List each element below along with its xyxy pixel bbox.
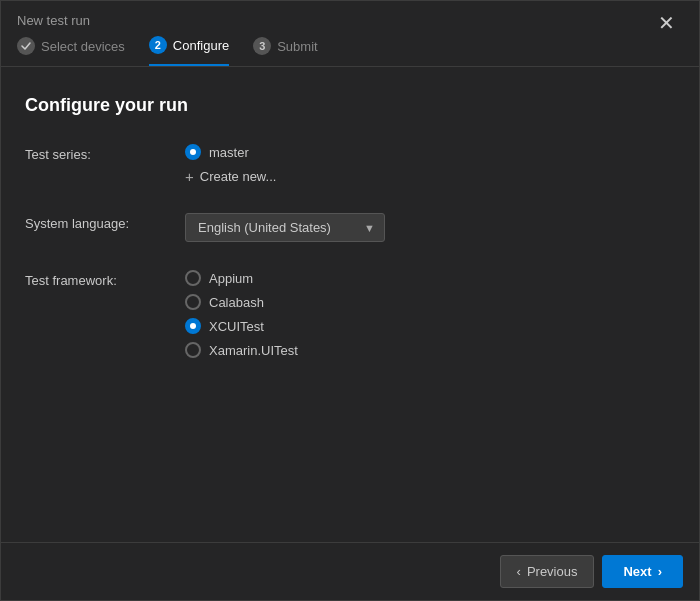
radio-xcuitest-input[interactable] [185, 318, 201, 334]
previous-button[interactable]: ‹ Previous [500, 555, 595, 588]
test-framework-row: Test framework: Appium Calabash XCUITest… [25, 270, 675, 358]
section-title: Configure your run [25, 95, 675, 116]
radio-calabash-label: Calabash [209, 295, 264, 310]
system-language-label: System language: [25, 213, 185, 231]
next-button[interactable]: Next › [602, 555, 683, 588]
modal: New test run Select devices 2 Configure [0, 0, 700, 601]
test-framework-content: Appium Calabash XCUITest Xamarin.UITest [185, 270, 675, 358]
radio-calabash-input[interactable] [185, 294, 201, 310]
radio-master-input[interactable] [185, 144, 201, 160]
step-select-devices[interactable]: Select devices [17, 37, 125, 65]
radio-appium-label: Appium [209, 271, 253, 286]
step-select-devices-label: Select devices [41, 39, 125, 54]
step-configure[interactable]: 2 Configure [149, 36, 229, 66]
test-series-content: master + Create new... [185, 144, 675, 185]
language-dropdown[interactable]: English (United States) French (France) … [185, 213, 385, 242]
steps-row: Select devices 2 Configure 3 Submit [17, 36, 318, 66]
radio-appium[interactable]: Appium [185, 270, 675, 286]
step-select-devices-circle [17, 37, 35, 55]
radio-xamarin-uitest-input[interactable] [185, 342, 201, 358]
modal-body: Configure your run Test series: master +… [1, 67, 699, 542]
radio-xamarin-uitest[interactable]: Xamarin.UITest [185, 342, 675, 358]
modal-footer: ‹ Previous Next › [1, 542, 699, 600]
step-submit-circle: 3 [253, 37, 271, 55]
radio-xamarin-uitest-label: Xamarin.UITest [209, 343, 298, 358]
plus-icon: + [185, 168, 194, 185]
modal-header: New test run Select devices 2 Configure [1, 1, 699, 67]
previous-label: Previous [527, 564, 578, 579]
next-label: Next [623, 564, 651, 579]
close-button[interactable]: ✕ [650, 9, 683, 37]
language-dropdown-wrapper: English (United States) French (France) … [185, 213, 385, 242]
radio-master-label: master [209, 145, 249, 160]
test-framework-label: Test framework: [25, 270, 185, 288]
step-submit-label: Submit [277, 39, 317, 54]
radio-xcuitest-label: XCUITest [209, 319, 264, 334]
test-series-label: Test series: [25, 144, 185, 162]
radio-appium-input[interactable] [185, 270, 201, 286]
chevron-right-icon: › [658, 564, 662, 579]
radio-xcuitest[interactable]: XCUITest [185, 318, 675, 334]
system-language-content: English (United States) French (France) … [185, 213, 675, 242]
step-configure-circle: 2 [149, 36, 167, 54]
step-submit[interactable]: 3 Submit [253, 37, 317, 65]
create-new-label: Create new... [200, 169, 277, 184]
modal-title-section: New test run Select devices 2 Configure [17, 13, 318, 66]
create-new-option[interactable]: + Create new... [185, 168, 675, 185]
step-configure-label: Configure [173, 38, 229, 53]
system-language-row: System language: English (United States)… [25, 213, 675, 242]
radio-calabash[interactable]: Calabash [185, 294, 675, 310]
modal-title: New test run [17, 13, 318, 28]
test-series-row: Test series: master + Create new... [25, 144, 675, 185]
radio-master[interactable]: master [185, 144, 675, 160]
chevron-left-icon: ‹ [517, 564, 521, 579]
